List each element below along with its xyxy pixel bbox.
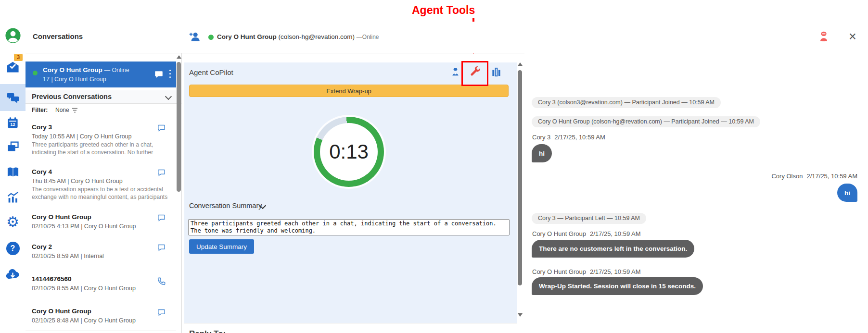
extend-wrapup-button[interactable]: Extend Wrap-up <box>189 85 509 97</box>
calendar-day-label: 12 <box>6 122 19 127</box>
chat-bubble-icon[interactable] <box>153 70 164 79</box>
conversations-panel: Conversations Cory O Hunt Group — Online… <box>26 22 182 333</box>
conversation-list-item[interactable]: Cory O Hunt Group 02/10/25 4:13 PM | Cor… <box>26 206 176 237</box>
incoming-message-bubble: hi <box>532 144 552 162</box>
conversation-list-item[interactable]: Cory 3 Today 10:55 AM | Cory O Hunt Grou… <box>26 118 176 163</box>
wrapup-timer-ring: 0:13 <box>314 117 384 187</box>
conversation-summary-label: Conversation Summary <box>189 202 262 210</box>
left-nav-sidebar: 3 12 ⚙ <box>0 22 26 333</box>
agent-assist-icon[interactable] <box>450 66 461 77</box>
message-sender-label: Cory O Hunt Group2/17/25, 10:59 AM <box>532 230 641 237</box>
phone-icon <box>157 276 166 286</box>
conversation-status: —Online <box>357 34 379 40</box>
scroll-down-icon[interactable] <box>518 313 523 317</box>
message-sender-label: Cory 32/17/25, 10:59 AM <box>532 134 605 141</box>
analytics-icon <box>6 191 20 204</box>
help-icon: ? <box>6 242 20 255</box>
conversation-list-item[interactable]: Cory 4 Thu 8:45 AM | Cory O Hunt Group T… <box>26 162 176 207</box>
incoming-message-bubble: Wrap-Up Started. Session will close in 1… <box>532 277 703 295</box>
conversations-header: Conversations <box>26 22 181 53</box>
summary-textarea[interactable]: Three participants greeted each other in… <box>188 219 510 235</box>
book-icon <box>6 165 20 179</box>
settings-gear-icon: ⚙ <box>6 215 19 229</box>
selected-conversation[interactable]: Cory O Hunt Group — Online 17 | Cory O H… <box>26 62 176 87</box>
avatar-icon <box>5 27 21 44</box>
calendar-icon: 12 <box>6 116 19 129</box>
scroll-up-icon[interactable] <box>518 62 523 66</box>
chevron-down-icon <box>165 93 172 100</box>
sidebar-item-profile[interactable] <box>0 27 26 44</box>
annotation-highlight-box <box>461 61 488 86</box>
inbox-check-icon <box>6 60 20 74</box>
conversation-header-bar: Cory O Hunt Group (colson-hg@revation.co… <box>181 22 868 53</box>
selected-conversation-name: Cory O Hunt Group — Online <box>43 66 129 74</box>
chat-bubble-icon <box>156 168 166 177</box>
sidebar-item-settings[interactable]: ⚙ <box>0 215 26 229</box>
system-message: Cory 3 (colson3@revation.com) — Particip… <box>532 97 721 108</box>
conversations-scrollbar-thumb[interactable] <box>177 62 181 192</box>
conversation-list-item[interactable]: Cory 2 02/10/25 8:59 AM | Internal <box>26 237 176 265</box>
sidebar-item-conversations[interactable] <box>0 91 26 104</box>
sidebar-item-knowledge[interactable] <box>0 165 26 179</box>
annotation-agent-tools: Agent Tools <box>412 4 508 17</box>
selected-conversation-status: — Online <box>104 67 129 74</box>
filter-label: Filter: <box>32 107 48 113</box>
outgoing-message-bubble: hi <box>837 184 857 202</box>
copilot-scrollbar-thumb[interactable] <box>518 70 522 285</box>
conversation-list-item[interactable]: Cory O Hunt Group 02/10/25 8:48 AM | Cor… <box>26 300 176 331</box>
sidebar-item-help[interactable]: ? <box>0 242 26 255</box>
sidebar-item-analytics[interactable] <box>0 191 26 204</box>
conversations-title: Conversations <box>33 32 83 40</box>
close-icon[interactable]: × <box>849 29 856 44</box>
conversation-menu-icon[interactable] <box>169 70 171 71</box>
app-window: Agent Tools 3 12 <box>0 0 868 333</box>
message-sender-label: Cory Olson2/17/25, 10:59 AM <box>771 173 857 180</box>
remove-agent-icon[interactable] <box>817 30 830 43</box>
wrapup-timer-value: 0:13 <box>314 117 384 187</box>
reports-stats-icon[interactable] <box>491 66 502 77</box>
copilot-title: Agent CoPilot <box>189 68 233 76</box>
sidebar-item-downloads[interactable] <box>0 268 26 281</box>
online-status-dot <box>208 35 214 40</box>
previous-conversations-header[interactable]: Previous Conversations <box>26 90 181 104</box>
filter-icon[interactable] <box>72 108 78 113</box>
message-sender-label: Cory O Hunt Group2/17/25, 10:59 AM <box>532 268 641 275</box>
chat-bubble-icon <box>156 243 166 252</box>
inbox-count-badge: 3 <box>13 53 23 62</box>
sidebar-item-calendar[interactable]: 12 <box>0 116 26 129</box>
chat-bubbles-icon <box>6 91 20 104</box>
reply-to-label: Reply To: <box>189 329 226 333</box>
add-participant-icon[interactable] <box>188 30 201 43</box>
selected-conversation-sub: 17 | Cory O Hunt Group <box>43 76 106 83</box>
agent-copilot-panel: Agent CoPilot Extend Wrap-up 0:13 Conver… <box>184 62 517 323</box>
sidebar-item-windows[interactable] <box>0 140 26 153</box>
chat-bubble-icon <box>156 213 166 222</box>
filter-row: Filter: None <box>26 103 181 118</box>
chat-bubble-icon <box>156 308 166 317</box>
windows-icon <box>6 140 20 153</box>
cloud-download-icon <box>5 268 21 281</box>
incoming-message-bubble: There are no customers left in the conve… <box>532 240 694 258</box>
update-summary-button[interactable]: Update Summary <box>189 239 254 254</box>
conversation-list-item[interactable]: 14144676560 02/10/25 8:55 AM | Cory O Hu… <box>26 265 176 301</box>
scroll-up-icon[interactable] <box>177 55 181 59</box>
online-status-dot <box>33 71 38 75</box>
conversation-title: Cory O Hunt Group (colson-hg@revation.co… <box>217 33 379 40</box>
system-message: Cory O Hunt Group (colson-hg@revation.co… <box>532 116 760 127</box>
chat-transcript-panel: Cory 3 (colson3@revation.com) — Particip… <box>524 53 868 333</box>
chat-bubble-icon <box>156 123 166 133</box>
system-message: Cory 3 — Participant Left — 10:59 AM <box>532 213 646 224</box>
sidebar-item-inbox[interactable] <box>0 60 26 74</box>
filter-value[interactable]: None <box>55 107 69 113</box>
